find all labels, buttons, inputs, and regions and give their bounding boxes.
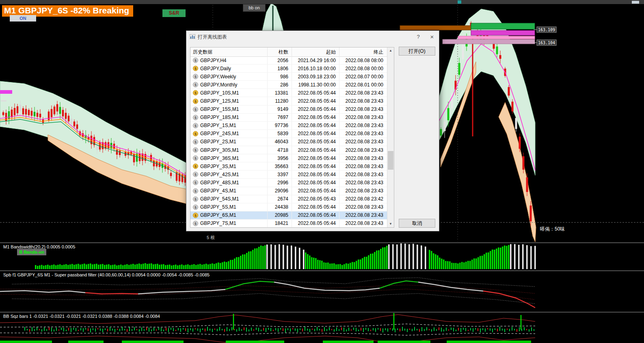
end-cell: 2022.08.08 00:00: [339, 65, 386, 72]
history-table-body: $GBPJPY,H420562021.04.29 16:002022.08.08…: [190, 56, 388, 227]
history-row[interactable]: $GBPJPY_10S,M1133812022.08.05 05:442022.…: [190, 89, 388, 97]
start-cell: 2022.08.05 05:44: [292, 122, 339, 129]
history-row[interactable]: $GBPJPY_1S,M1977362022.08.05 05:442022.0…: [190, 122, 388, 130]
dialog-titlebar[interactable]: 打开离线图表 ? ×: [186, 31, 439, 43]
symbol-text: GBPJPY_6S,M1: [200, 212, 236, 218]
history-row[interactable]: $GBPJPY_4S,M1290962022.08.05 05:442022.0…: [190, 187, 388, 195]
scrollbar-up-icon[interactable]: ▲: [387, 47, 394, 54]
end-cell: 2022.08.08 23:43: [339, 89, 386, 97]
start-cell: 2022.08.05 05:44: [292, 162, 339, 170]
symbol-text: GBPJPY,H4: [200, 58, 226, 63]
bars-cell: 3397: [268, 170, 292, 178]
start-cell: 1998.11.30 00:00: [292, 81, 339, 88]
dialog-close-button[interactable]: ×: [425, 31, 439, 43]
symbol-icon: $: [193, 74, 198, 79]
bars-cell: 7697: [268, 114, 292, 121]
symbol-cell: $GBPJPY,H4: [190, 56, 268, 64]
column-header-start[interactable]: 起始: [292, 47, 339, 56]
history-row[interactable]: $GBPJPY_2S,M1460432022.08.05 05:442022.0…: [190, 138, 388, 146]
on-button[interactable]: ON: [10, 15, 36, 22]
history-row[interactable]: $GBPJPY_30S,M147182022.08.05 05:442022.0…: [190, 146, 388, 154]
column-header-history-data[interactable]: 历史数据: [190, 47, 268, 56]
symbol-icon: $: [193, 172, 198, 177]
history-row[interactable]: $GBPJPY_12S,M1112802022.08.05 05:442022.…: [190, 97, 388, 105]
scrollbar-thumb[interactable]: [388, 151, 393, 170]
end-cell: 2022.08.08 23:43: [339, 220, 386, 227]
start-cell: 2022.08.05 05:44: [292, 97, 339, 105]
symbol-icon: $: [193, 213, 198, 218]
bars-cell: 97736: [268, 122, 292, 129]
symbol-text: GBPJPY_5S,M1: [200, 204, 236, 210]
bbands-on-button[interactable]: B Bands-on: [17, 249, 46, 255]
dialog-title: 打开离线图表: [198, 34, 227, 41]
end-cell: 2022.08.08 23:43: [339, 211, 386, 219]
history-row[interactable]: $GBPJPY_7S,M1184212022.08.05 05:442022.0…: [190, 220, 388, 227]
start-cell: 2022.08.05 05:44: [292, 187, 339, 195]
symbol-cell: $GBPJPY_42S,M1: [190, 170, 268, 178]
symbol-text: GBPJPY_12S,M1: [200, 98, 239, 104]
start-cell: 2022.08.05 05:44: [292, 211, 339, 219]
symbol-cell: $GBPJPY_6S,M1: [190, 211, 268, 219]
end-cell: 2022.08.08 23:43: [339, 106, 386, 113]
start-cell: 2022.08.05 05:44: [292, 220, 339, 227]
history-row[interactable]: $GBPJPY_36S,M139562022.08.05 05:442022.0…: [190, 154, 388, 162]
table-scrollbar[interactable]: ▲ ▼: [387, 47, 394, 227]
history-row[interactable]: $GBPJPY_5S,M1244382022.08.05 05:442022.0…: [190, 203, 388, 211]
cancel-button[interactable]: 取消: [399, 219, 435, 228]
bars-cell: 29096: [268, 187, 292, 195]
history-row[interactable]: $GBPJPY_54S,M126742022.08.05 05:432022.0…: [190, 195, 388, 203]
symbol-text: GBPJPY,Weekly: [200, 74, 236, 80]
scrollbar-down-icon[interactable]: ▼: [387, 221, 394, 227]
start-cell: 2022.08.05 05:44: [292, 106, 339, 113]
symbol-cell: $GBPJPY_48S,M1: [190, 179, 268, 186]
symbol-icon: $: [193, 139, 198, 145]
end-cell: 2022.08.08 08:00: [339, 56, 386, 64]
start-cell: 2022.08.05 05:44: [292, 170, 339, 178]
symbol-cell: $GBPJPY_1S,M1: [190, 122, 268, 129]
start-cell: 2022.08.05 05:44: [292, 146, 339, 154]
bb-on-button[interactable]: bb on: [243, 4, 266, 12]
spb-canvas[interactable]: [0, 271, 644, 312]
end-cell: 2022.08.08 23:43: [339, 122, 386, 129]
symbol-cell: $GBPJPY_24S,M1: [190, 130, 268, 138]
end-cell: 2022.08.08 23:43: [339, 114, 386, 121]
symbol-cell: $GBPJPY_54S,M1: [190, 195, 268, 203]
history-row[interactable]: $GBPJPY_3S,M1356632022.08.05 05:442022.0…: [190, 162, 388, 170]
spb-label: Spb f1 GBPJPY_6S M1 - Super passband fil…: [3, 272, 210, 277]
history-row[interactable]: $GBPJPY,Monthly2861998.11.30 00:002022.0…: [190, 81, 388, 89]
start-cell: 2022.08.05 05:44: [292, 114, 339, 121]
bandwidth-canvas[interactable]: [0, 243, 644, 270]
history-table: 历史数据 柱数 起始 终止 $GBPJPY,H420562021.04.29 1…: [190, 47, 394, 228]
history-row[interactable]: $GBPJPY_42S,M133972022.08.05 05:442022.0…: [190, 170, 388, 179]
symbol-cell: $GBPJPY,Monthly: [190, 81, 268, 88]
end-cell: 2022.08.08 23:42: [339, 195, 386, 203]
bars-cell: 20985: [268, 211, 292, 219]
history-row[interactable]: $GBPJPY_24S,M158392022.08.05 05:442022.0…: [190, 130, 388, 138]
column-header-bars[interactable]: 柱数: [268, 47, 292, 56]
start-cell: 2022.08.05 05:44: [292, 130, 339, 138]
symbol-text: GBPJPY_30S,M1: [200, 147, 239, 153]
dialog-help-button[interactable]: ?: [411, 31, 425, 43]
symbol-icon: $: [193, 99, 198, 104]
history-row[interactable]: $GBPJPY_6S,M1209852022.08.05 05:442022.0…: [190, 211, 388, 220]
end-cell: 2022.08.08 23:43: [339, 187, 386, 195]
history-row[interactable]: $GBPJPY,H420562021.04.29 16:002022.08.08…: [190, 56, 388, 65]
top-strip-corner-marker: [632, 1, 639, 4]
end-cell: 2022.08.08 23:43: [339, 162, 386, 170]
symbol-text: GBPJPY_42S,M1: [200, 172, 239, 177]
history-row[interactable]: $GBPJPY_15S,M191492022.08.05 05:442022.0…: [190, 106, 388, 114]
open-button[interactable]: 打开(O): [399, 47, 435, 56]
bandwidth-panel: M1 Bandswidth(20,2) 0.0005 0.0005 B Band…: [0, 242, 644, 270]
history-row[interactable]: $GBPJPY_18S,M176972022.08.05 05:442022.0…: [190, 114, 388, 122]
column-header-end[interactable]: 终止: [339, 47, 386, 56]
history-table-header[interactable]: 历史数据 柱数 起始 终止: [190, 47, 388, 57]
snr-button[interactable]: S&R: [162, 9, 186, 17]
history-row[interactable]: $GBPJPY,Weekly9862003.09.18 23:002022.08…: [190, 73, 388, 81]
symbol-cell: $GBPJPY_12S,M1: [190, 97, 268, 105]
symbol-icon: $: [193, 66, 198, 71]
history-row[interactable]: $GBPJPY,Daily18062016.10.18 00:002022.08…: [190, 65, 388, 73]
history-row[interactable]: $GBPJPY_48S,M129962022.08.05 05:442022.0…: [190, 179, 388, 187]
symbol-text: GBPJPY_54S,M1: [200, 196, 239, 202]
end-cell: 2022.08.08 23:43: [339, 130, 386, 138]
dialog-icon: [190, 33, 195, 41]
